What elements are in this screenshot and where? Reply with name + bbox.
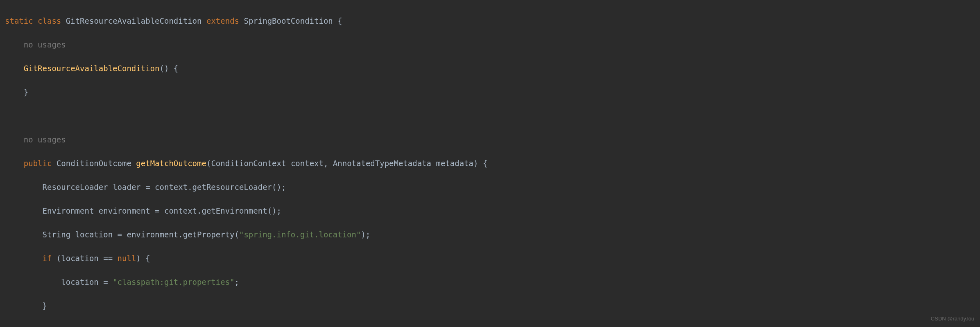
brace: {	[333, 16, 342, 25]
code-line[interactable]: static class GitResourceAvailableConditi…	[5, 15, 980, 27]
code-line[interactable]: Environment environment = context.getEnv…	[5, 205, 980, 217]
paren: (	[206, 159, 211, 168]
code-editor[interactable]: static class GitResourceAvailableConditi…	[0, 3, 980, 327]
super-class-name: SpringBootCondition	[244, 16, 333, 25]
code-line[interactable]: no usages	[5, 39, 980, 51]
condition: (location ==	[52, 254, 117, 263]
keyword-if: if	[43, 254, 52, 263]
var-name: loader	[113, 183, 141, 192]
param-name: context	[291, 159, 324, 168]
keyword-static: static	[5, 16, 33, 25]
watermark: CSDN @randy.lou	[931, 313, 974, 325]
param-type: AnnotatedTypeMetadata	[333, 159, 431, 168]
code-line[interactable]: no usages	[5, 134, 980, 146]
assignment: = context.getResourceLoader();	[141, 183, 286, 192]
code-line[interactable]: location = "classpath:git.properties";	[5, 276, 980, 288]
code-line[interactable]	[5, 110, 980, 122]
var-name: location	[75, 230, 113, 239]
string-literal: "spring.info.git.location"	[239, 230, 361, 239]
var-type: ResourceLoader	[43, 183, 108, 192]
return-type: ConditionOutcome	[57, 159, 131, 168]
code-line[interactable]: GitResourceAvailableCondition() {	[5, 63, 980, 74]
brace: ) {	[473, 159, 487, 168]
keyword-class: class	[38, 16, 61, 25]
assignment: = context.getEnvironment();	[150, 206, 281, 215]
constructor-name: GitResourceAvailableCondition	[24, 64, 160, 73]
brace: }	[24, 88, 28, 97]
params: () {	[160, 64, 179, 73]
method-name: getMatchOutcome	[136, 159, 206, 168]
usage-hint: no usages	[24, 135, 66, 144]
code-line[interactable]: }	[5, 86, 980, 98]
assignment: = environment.getProperty(	[113, 230, 239, 239]
class-name: GitResourceAvailableCondition	[66, 16, 202, 25]
usage-hint: no usages	[24, 40, 66, 49]
string-literal: "classpath:git.properties"	[113, 277, 234, 286]
assignment: location =	[61, 277, 113, 286]
code-line[interactable]: public ConditionOutcome getMatchOutcome(…	[5, 158, 980, 169]
code-line[interactable]: String location = environment.getPropert…	[5, 229, 980, 241]
code-line[interactable]	[5, 324, 980, 327]
brace: }	[43, 301, 47, 310]
var-type: String	[43, 230, 71, 239]
code-line[interactable]: ResourceLoader loader = context.getResou…	[5, 181, 980, 193]
keyword-null: null	[118, 254, 136, 263]
code-line[interactable]: }	[5, 300, 980, 312]
var-type: Environment	[43, 206, 94, 215]
param-name: metadata	[436, 159, 474, 168]
var-name: environment	[99, 206, 150, 215]
param-type: ConditionContext	[211, 159, 286, 168]
keyword-public: public	[24, 159, 52, 168]
keyword-extends: extends	[206, 16, 239, 25]
code-line[interactable]: if (location == null) {	[5, 253, 980, 264]
